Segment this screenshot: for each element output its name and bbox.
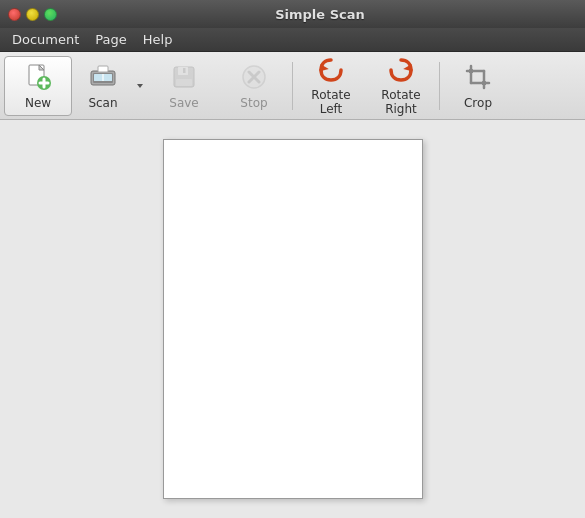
save-label: Save — [169, 96, 198, 110]
stop-icon — [238, 61, 270, 93]
crop-button[interactable]: Crop — [444, 56, 512, 116]
rotate-right-label: Rotate Right — [372, 88, 430, 116]
svg-rect-25 — [482, 81, 486, 85]
window-controls[interactable] — [8, 8, 57, 21]
crop-icon — [462, 61, 494, 93]
toolbar-separator-2 — [439, 62, 440, 110]
svg-rect-13 — [183, 68, 186, 73]
menu-help[interactable]: Help — [135, 30, 181, 49]
svg-rect-14 — [176, 79, 192, 86]
scan-group: Scan — [74, 56, 148, 116]
new-icon — [22, 61, 54, 93]
rotate-right-icon — [385, 55, 417, 85]
minimize-button[interactable] — [26, 8, 39, 21]
scan-canvas — [163, 139, 423, 499]
toolbar-separator-1 — [292, 62, 293, 110]
stop-label: Stop — [240, 96, 267, 110]
scan-dropdown-button[interactable] — [132, 56, 148, 116]
svg-marker-10 — [137, 84, 143, 88]
stop-button[interactable]: Stop — [220, 56, 288, 116]
title-bar: Simple Scan — [0, 0, 585, 28]
svg-rect-4 — [39, 82, 50, 85]
new-button[interactable]: New — [4, 56, 72, 116]
rotate-left-icon — [315, 55, 347, 85]
rotate-right-button[interactable]: Rotate Right — [367, 56, 435, 116]
menu-page[interactable]: Page — [87, 30, 134, 49]
save-button[interactable]: Save — [150, 56, 218, 116]
svg-rect-24 — [469, 69, 473, 73]
crop-label: Crop — [464, 96, 492, 110]
scan-label: Scan — [88, 96, 117, 110]
svg-rect-9 — [98, 66, 108, 72]
window-title: Simple Scan — [63, 7, 577, 22]
save-icon — [168, 61, 200, 93]
content-area — [0, 120, 585, 518]
close-button[interactable] — [8, 8, 21, 21]
rotate-left-label: Rotate Left — [302, 88, 360, 116]
scan-icon — [87, 61, 119, 93]
toolbar: New Scan — [0, 52, 585, 120]
menu-bar: Document Page Help — [0, 28, 585, 52]
maximize-button[interactable] — [44, 8, 57, 21]
menu-document[interactable]: Document — [4, 30, 87, 49]
new-label: New — [25, 96, 51, 110]
scan-button[interactable]: Scan — [74, 56, 132, 116]
rotate-left-button[interactable]: Rotate Left — [297, 56, 365, 116]
